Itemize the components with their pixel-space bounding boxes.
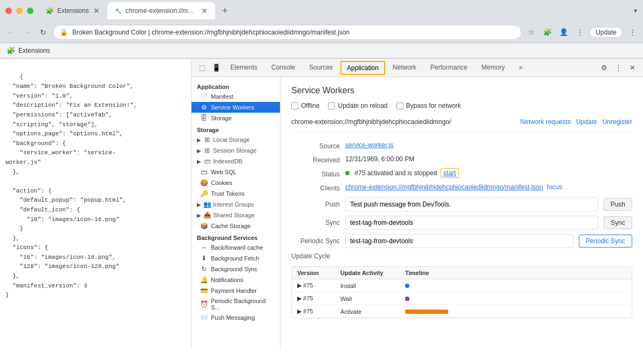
inspect-element-icon[interactable]: ⬚ <box>196 61 209 74</box>
cache-storage-label: Cache Storage <box>211 223 250 229</box>
offline-checkbox[interactable] <box>291 102 298 109</box>
sidebar-item-background-sync[interactable]: ↻ Background Sync <box>191 264 280 274</box>
browser-window: 🧩 Extensions ✕ 🔧 chrome-extension://mgfb… <box>0 0 643 58</box>
update-button[interactable]: Update <box>590 27 623 38</box>
bypass-for-network-option[interactable]: Bypass for network <box>396 102 461 109</box>
storage-section-title: Storage <box>191 123 280 134</box>
tab-close-devtools[interactable]: ✕ <box>200 6 209 15</box>
extensions-icon[interactable]: 🧩 <box>541 26 554 39</box>
shared-storage-label: Shared Storage <box>213 212 255 218</box>
col-version-header: Version <box>292 267 335 279</box>
start-link[interactable]: start <box>441 168 459 178</box>
devtools-panel: { "name": "Broken Background Color", "ve… <box>0 58 643 349</box>
sidebar-item-indexeddb[interactable]: ▶ 🗃 IndexedDB <box>191 156 280 167</box>
close-devtools-icon[interactable]: ✕ <box>626 61 639 74</box>
table-icon: ⊞ <box>203 136 211 143</box>
sync-button[interactable]: Sync <box>604 216 632 229</box>
settings-icon[interactable]: ⋮ <box>573 26 586 39</box>
sidebar-item-periodic-background[interactable]: ⏰ Periodic Background S... <box>191 296 280 312</box>
sidebar-item-local-storage[interactable]: ▶ ⊞ Local Storage <box>191 134 280 145</box>
interest-groups-label: Interest Groups <box>213 201 254 208</box>
clients-url[interactable]: chrome-extension://mgfbhjnibhjdehcphioca… <box>345 183 543 191</box>
devtools-toolbar: ⬚ 📱 Elements Console Sources Application… <box>191 59 643 77</box>
local-storage-label: Local Storage <box>213 136 250 143</box>
tab-more-tools[interactable]: » <box>512 60 529 75</box>
address-bar[interactable]: 🔒 Broken Background Color | chrome-exten… <box>53 25 522 40</box>
device-mode-icon[interactable]: 📱 <box>210 61 223 74</box>
row1-timeline <box>400 280 632 292</box>
unregister-link[interactable]: Unregister <box>603 118 632 126</box>
periodic-sync-button[interactable]: Periodic Sync <box>579 235 632 248</box>
sidebar-item-manifest[interactable]: 📄 Manifest <box>191 91 280 102</box>
update-cycle-section: Update Cycle Version Update Activity Tim… <box>291 252 632 318</box>
sidebar-manifest-label: Manifest <box>211 93 234 100</box>
shared-icon: 📤 <box>203 211 211 219</box>
sidebar-item-back-forward[interactable]: ↔ Back/forward cache <box>191 242 280 253</box>
row1-version[interactable]: ▶ #75 <box>292 279 335 292</box>
tab-application[interactable]: Application <box>340 61 385 75</box>
bypass-for-network-checkbox[interactable] <box>396 102 403 109</box>
devtools-right-panel: ⬚ 📱 Elements Console Sources Application… <box>191 59 643 349</box>
update-on-reload-checkbox[interactable] <box>328 102 335 109</box>
puzzle-icon: 🧩 <box>45 6 54 15</box>
tab-console[interactable]: Console <box>265 60 302 75</box>
periodic-bg-label: Periodic Background S... <box>211 298 275 311</box>
offline-option[interactable]: Offline <box>291 102 319 109</box>
tab-overflow-btn[interactable]: ▾ <box>628 3 643 18</box>
bookmark-star-icon[interactable]: ☆ <box>525 26 538 39</box>
tab-elements[interactable]: Elements <box>224 60 264 75</box>
maximize-window-btn[interactable] <box>27 8 33 14</box>
sidebar-item-web-sql[interactable]: 🗃 Web SQL <box>191 167 280 177</box>
more-options-icon[interactable]: ⋮ <box>626 26 639 39</box>
table-header: Version Update Activity Timeline <box>292 267 632 279</box>
sidebar-item-session-storage[interactable]: ▶ ⊞ Session Storage <box>191 145 280 156</box>
tab-network[interactable]: Network <box>386 60 423 75</box>
back-forward-label: Back/forward cache <box>211 244 263 251</box>
sidebar-item-notifications[interactable]: 🔔 Notifications <box>191 274 280 285</box>
push-button[interactable]: Push <box>604 198 632 211</box>
status-green-dot <box>345 171 350 175</box>
close-window-btn[interactable] <box>5 8 12 14</box>
forward-btn[interactable]: → <box>20 26 33 39</box>
sync-input[interactable] <box>345 216 598 230</box>
sidebar-item-cache-storage[interactable]: 📦 Cache Storage <box>191 221 280 231</box>
cache-icon: 📦 <box>200 222 208 230</box>
sidebar-item-cookies[interactable]: 🍪 Cookies <box>191 177 280 188</box>
push-input[interactable] <box>345 197 598 211</box>
sidebar-item-background-fetch[interactable]: ⬇ Background Fetch <box>191 253 280 264</box>
update-on-reload-label: Update on reload <box>338 102 387 109</box>
row3-version[interactable]: ▶ #75 <box>292 305 335 318</box>
profile-icon[interactable]: 👤 <box>557 26 570 39</box>
back-btn[interactable]: ← <box>4 26 17 39</box>
new-tab-btn[interactable]: + <box>217 3 232 18</box>
devtools-more-icon[interactable]: ⋮ <box>612 61 625 74</box>
sidebar-item-service-workers[interactable]: ⚙ Service Workers <box>191 102 280 113</box>
settings-gear-icon[interactable]: ⚙ <box>598 61 611 74</box>
tab-performance[interactable]: Performance <box>424 60 474 75</box>
minimize-window-btn[interactable] <box>16 8 23 14</box>
periodic-sync-input[interactable] <box>345 234 573 248</box>
focus-link[interactable]: focus <box>547 183 563 191</box>
address-bar-row: ← → ↻ 🔒 Broken Background Color | chrome… <box>0 22 643 43</box>
sidebar-item-storage[interactable]: 🗄 Storage <box>191 113 280 123</box>
tab-sources[interactable]: Sources <box>303 60 339 75</box>
tab-close-extensions[interactable]: ✕ <box>92 6 101 15</box>
network-requests-link[interactable]: Network requests <box>521 118 571 126</box>
sidebar-item-push-messaging[interactable]: 📨 Push Messaging <box>191 312 280 323</box>
fetch-icon: ⬇ <box>200 255 208 262</box>
row2-activity: Wait <box>335 293 400 305</box>
tab-memory[interactable]: Memory <box>475 60 511 75</box>
row2-version[interactable]: ▶ #75 <box>292 292 335 305</box>
tab-devtools[interactable]: 🔧 chrome-extension://mgfbhjnib... ✕ <box>107 2 215 19</box>
source-value[interactable]: service-worker.js <box>345 141 632 149</box>
sidebar-item-interest-groups[interactable]: ▶ 👥 Interest Groups <box>191 199 280 210</box>
update-link[interactable]: Update <box>576 118 597 126</box>
update-on-reload-option[interactable]: Update on reload <box>328 102 387 109</box>
reload-btn[interactable]: ↻ <box>37 26 50 39</box>
status-label: Status <box>291 169 340 178</box>
sidebar-item-trust-tokens[interactable]: 🔑 Trust Tokens <box>191 188 280 199</box>
tab-extensions[interactable]: 🧩 Extensions ✕ <box>39 2 107 19</box>
clients-label: Clients <box>291 183 340 192</box>
sidebar-item-payment-handler[interactable]: 💳 Payment Handler <box>191 285 280 296</box>
sidebar-item-shared-storage[interactable]: ▶ 📤 Shared Storage <box>191 210 280 221</box>
